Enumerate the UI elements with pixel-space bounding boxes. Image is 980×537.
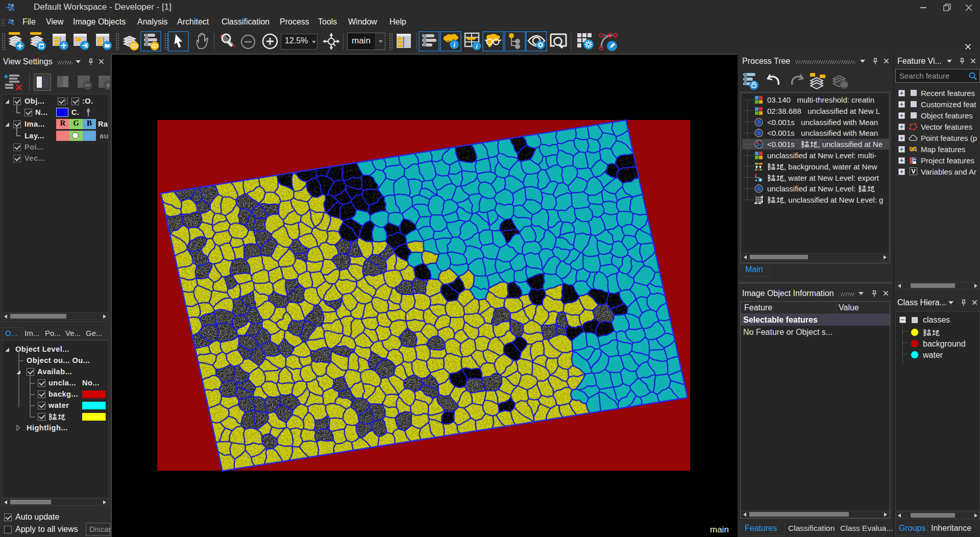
svg-text:i: i xyxy=(453,41,455,48)
